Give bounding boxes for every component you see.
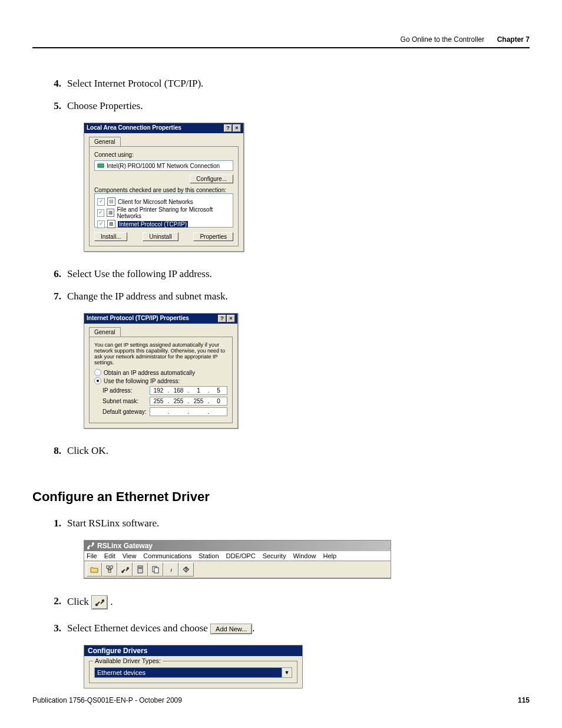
svg-point-3 <box>92 542 94 545</box>
properties-button[interactable]: Properties <box>193 232 233 241</box>
tab-general[interactable]: General <box>89 137 121 146</box>
driver-type-dropdown[interactable]: Ethernet devices ▼ <box>94 667 292 678</box>
uninstall-button[interactable]: Uninstall <box>143 232 178 241</box>
step-number: 4. <box>47 78 61 90</box>
component-item[interactable]: Client for Microsoft Networks <box>118 199 193 205</box>
copy-icon[interactable] <box>148 562 163 577</box>
steps-group-a: 4. Select Internet Protocol (TCP/IP). 5.… <box>47 78 530 112</box>
checkbox-icon[interactable]: ✓ <box>97 198 105 206</box>
rswho-icon[interactable] <box>102 562 117 577</box>
help-icon[interactable]: ? <box>218 315 226 322</box>
svg-rect-11 <box>138 568 142 569</box>
dialog-title: Internet Protocol (TCP/IP) Properties <box>87 315 189 322</box>
component-item[interactable]: File and Printer Sharing for Microsoft N… <box>117 206 230 219</box>
svg-point-8 <box>127 567 129 569</box>
radio-manual[interactable] <box>94 377 101 384</box>
step-text: Select Internet Protocol (TCP/IP). <box>67 78 203 90</box>
step-text: Select Use the following IP address. <box>67 268 212 280</box>
menu-edit[interactable]: Edit <box>104 552 115 559</box>
steps-group-c: 8. Click OK. <box>47 445 530 457</box>
network-card-icon <box>97 162 104 169</box>
step-number: 3. <box>47 622 61 634</box>
svg-rect-9 <box>138 566 143 573</box>
menu-view[interactable]: View <box>123 552 137 559</box>
radio-auto-label: Obtain an IP address automatically <box>104 370 195 376</box>
help-icon[interactable]: ? <box>224 124 232 132</box>
ip-address-label: IP address: <box>103 387 132 394</box>
configure-drivers-button-icon[interactable] <box>91 595 108 610</box>
svg-rect-5 <box>110 566 113 568</box>
step-text: Click . <box>67 595 113 610</box>
adapter-field: Intel(R) PRO/1000 MT Network Connection <box>94 160 233 171</box>
tab-general[interactable]: General <box>89 327 121 337</box>
step-number: 6. <box>47 268 61 280</box>
step-number: 7. <box>47 291 61 302</box>
steps-group-d: 1. Start RSLinx software. <box>47 518 530 529</box>
step-number: 5. <box>47 100 61 112</box>
close-icon[interactable]: × <box>233 124 241 132</box>
dialog-description: You can get IP settings assigned automat… <box>94 342 227 365</box>
header-section: Go Online to the Controller <box>401 35 485 44</box>
window-title: RSLinx Gateway <box>97 542 153 550</box>
menu-communications[interactable]: Communications <box>143 552 191 559</box>
radio-manual-label: Use the following IP address: <box>104 378 180 384</box>
adapter-name: Intel(R) PRO/1000 MT Network Connection <box>107 163 220 169</box>
checkbox-icon[interactable]: ✓ <box>97 209 104 217</box>
dialog-title: Local Area Connection Properties <box>87 124 181 132</box>
figure-configure-drivers: Configure Drivers Available Driver Types… <box>84 645 530 689</box>
step-text: Choose Properties. <box>67 100 143 112</box>
dropdown-selected: Ethernet devices <box>95 668 282 677</box>
svg-point-2 <box>87 547 90 549</box>
subnet-mask-label: Subnet mask: <box>103 398 138 404</box>
sharing-icon: ▦ <box>107 209 114 217</box>
menu-ddeopc[interactable]: DDE/OPC <box>226 552 256 559</box>
svg-rect-13 <box>154 568 158 573</box>
menu-window[interactable]: Window <box>293 552 316 559</box>
running-header: Go Online to the Controller Chapter 7 <box>32 35 530 48</box>
add-new-button[interactable]: Add New... <box>210 624 252 634</box>
figure-tcpip-properties: Internet Protocol (TCP/IP) Properties ? … <box>84 313 530 429</box>
radio-auto[interactable] <box>94 369 101 376</box>
menu-security[interactable]: Security <box>263 552 286 559</box>
section-heading: Configure an Ethernet Driver <box>32 489 530 505</box>
server-icon[interactable] <box>133 562 148 577</box>
groupbox-label: Available Driver Types: <box>93 657 163 664</box>
client-icon: ▤ <box>107 197 115 206</box>
figure-rslinx-window: RSLinx Gateway File Edit View Communicat… <box>84 540 530 579</box>
step-number: 2. <box>47 595 61 607</box>
chevron-down-icon[interactable]: ▼ <box>282 668 292 677</box>
svg-point-7 <box>121 571 124 573</box>
protocol-icon: ▩ <box>107 220 115 228</box>
menu-file[interactable]: File <box>87 552 97 559</box>
install-button[interactable]: Install... <box>94 232 127 241</box>
context-help-icon[interactable]: ⯑ <box>178 562 194 577</box>
svg-rect-10 <box>138 567 142 568</box>
svg-rect-6 <box>108 570 111 572</box>
connect-using-label: Connect using: <box>94 151 233 158</box>
gateway-input[interactable]: . . . <box>150 407 227 416</box>
close-icon[interactable]: × <box>227 315 235 322</box>
checkbox-icon[interactable]: ✓ <box>97 220 105 228</box>
configure-drivers-icon[interactable] <box>117 562 133 577</box>
ip-address-input[interactable]: 192. 168. 1. 5 <box>150 386 227 395</box>
svg-rect-1 <box>99 163 103 164</box>
svg-rect-4 <box>107 566 109 568</box>
open-icon[interactable] <box>87 562 102 577</box>
menu-station[interactable]: Station <box>199 552 219 559</box>
components-label: Components checked are used by this conn… <box>94 187 233 193</box>
step-number: 8. <box>47 445 61 457</box>
menu-help[interactable]: Help <box>323 552 337 559</box>
steps-group-b: 6. Select Use the following IP address. … <box>47 268 530 302</box>
svg-rect-0 <box>98 164 104 167</box>
step-text: Start RSLinx software. <box>67 518 159 529</box>
page-number: 115 <box>518 696 530 704</box>
subnet-mask-input[interactable]: 255. 255. 255. 0 <box>150 397 227 406</box>
steps-group-e: 2. Click . 3. Select Ethernet devices an… <box>47 595 530 634</box>
header-chapter: Chapter 7 <box>497 35 530 44</box>
dialog-title: Configure Drivers <box>84 645 302 656</box>
configure-button[interactable]: Configure... <box>190 174 233 183</box>
component-item-selected[interactable]: Internet Protocol (TCP/IP) <box>118 221 188 228</box>
step-text: Change the IP address and subnet mask. <box>67 291 228 302</box>
dde-icon[interactable]: ᵢ <box>163 562 178 577</box>
rslinx-app-icon <box>87 542 95 550</box>
